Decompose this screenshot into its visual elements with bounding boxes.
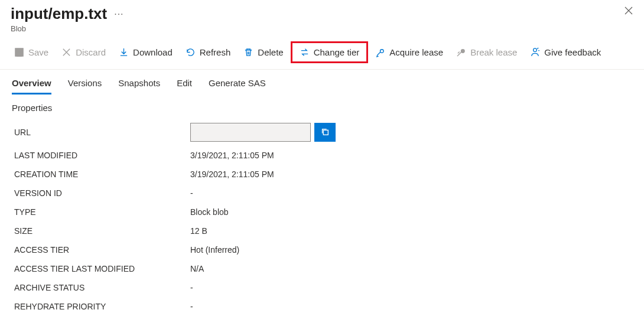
property-row-last-modified: LAST MODIFIED 3/19/2021, 2:11:05 PM (0, 146, 644, 165)
property-label: ARCHIVE STATUS (14, 283, 190, 292)
refresh-label: Refresh (200, 47, 231, 57)
property-value: N/A (190, 264, 204, 273)
delete-icon (243, 47, 253, 57)
property-row-access-tier: ACCESS TIER Hot (Inferred) (0, 240, 644, 259)
discard-button: Discard (56, 44, 112, 60)
refresh-icon (186, 47, 196, 57)
property-row-creation-time: CREATION TIME 3/19/2021, 2:11:05 PM (0, 165, 644, 184)
acquire-lease-label: Acquire lease (389, 47, 443, 57)
url-value-box[interactable] (190, 123, 311, 142)
svg-point-2 (534, 48, 537, 52)
property-label: ACCESS TIER LAST MODIFIED (14, 264, 190, 273)
property-value: - (190, 283, 193, 292)
save-button: Save (8, 44, 54, 60)
change-tier-label: Change tier (314, 47, 360, 57)
property-row-type: TYPE Block blob (0, 203, 644, 221)
tab-snapshots[interactable]: Snapshots (118, 78, 160, 94)
download-label: Download (133, 47, 173, 57)
tab-versions[interactable]: Versions (68, 78, 102, 94)
property-label: SIZE (14, 226, 190, 236)
tabs: Overview Versions Snapshots Edit Generat… (0, 70, 644, 94)
download-button[interactable]: Download (113, 44, 178, 60)
property-row-archive-status: ARCHIVE STATUS - (0, 278, 644, 297)
refresh-button[interactable]: Refresh (180, 44, 237, 60)
change-tier-icon (300, 47, 310, 57)
page-subtitle: Blob (11, 24, 633, 33)
blade-header: input/emp.txt ··· Blob (0, 0, 644, 35)
property-value: - (190, 188, 193, 198)
save-label: Save (28, 47, 48, 57)
delete-button[interactable]: Delete (238, 44, 289, 60)
break-lease-icon (456, 47, 466, 57)
property-label: TYPE (14, 207, 190, 217)
property-label: URL (14, 128, 190, 137)
property-row-access-tier-last-modified: ACCESS TIER LAST MODIFIED N/A (0, 259, 644, 278)
acquire-lease-icon (375, 47, 385, 57)
property-label: LAST MODIFIED (14, 151, 190, 160)
property-row-url: URL (0, 119, 644, 146)
change-tier-button[interactable]: Change tier (296, 44, 363, 60)
discard-label: Discard (76, 47, 106, 57)
property-value: 12 B (190, 226, 207, 236)
property-row-version-id: VERSION ID - (0, 184, 644, 203)
property-label: ACCESS TIER (14, 245, 190, 255)
property-label: VERSION ID (14, 188, 190, 198)
property-label: CREATION TIME (14, 169, 190, 179)
tab-overview[interactable]: Overview (12, 78, 51, 94)
property-value: 3/19/2021, 2:11:05 PM (190, 151, 274, 160)
property-value: Block blob (190, 207, 229, 217)
acquire-lease-button[interactable]: Acquire lease (369, 44, 449, 60)
close-icon[interactable] (624, 6, 633, 18)
tab-edit[interactable]: Edit (177, 78, 192, 94)
save-icon (14, 47, 24, 57)
copy-url-button[interactable] (314, 123, 336, 142)
property-row-size: SIZE 12 B (0, 221, 644, 240)
give-feedback-button[interactable]: Give feedback (524, 44, 607, 60)
toolbar: Save Discard Download Refresh Delete Cha… (0, 35, 644, 70)
feedback-icon (530, 47, 540, 57)
change-tier-highlight: Change tier (291, 41, 369, 63)
property-label: REHYDRATE PRIORITY (14, 302, 190, 311)
page-title: input/emp.txt (11, 5, 107, 23)
break-lease-button: Break lease (450, 44, 523, 60)
svg-rect-3 (323, 130, 328, 135)
property-row-rehydrate-priority: REHYDRATE PRIORITY - (0, 297, 644, 316)
delete-label: Delete (258, 47, 283, 57)
svg-rect-1 (17, 53, 22, 56)
break-lease-label: Break lease (470, 47, 517, 57)
properties-list: URL LAST MODIFIED 3/19/2021, 2:11:05 PM … (0, 116, 644, 316)
download-icon (119, 47, 129, 57)
give-feedback-label: Give feedback (544, 47, 601, 57)
property-value: 3/19/2021, 2:11:05 PM (190, 169, 274, 179)
properties-heading: Properties (0, 94, 644, 116)
copy-icon (320, 127, 330, 138)
more-options-icon[interactable]: ··· (114, 9, 123, 19)
property-value: - (190, 302, 193, 311)
tab-generate-sas[interactable]: Generate SAS (209, 78, 266, 94)
property-value: Hot (Inferred) (190, 245, 239, 255)
discard-icon (61, 47, 71, 57)
